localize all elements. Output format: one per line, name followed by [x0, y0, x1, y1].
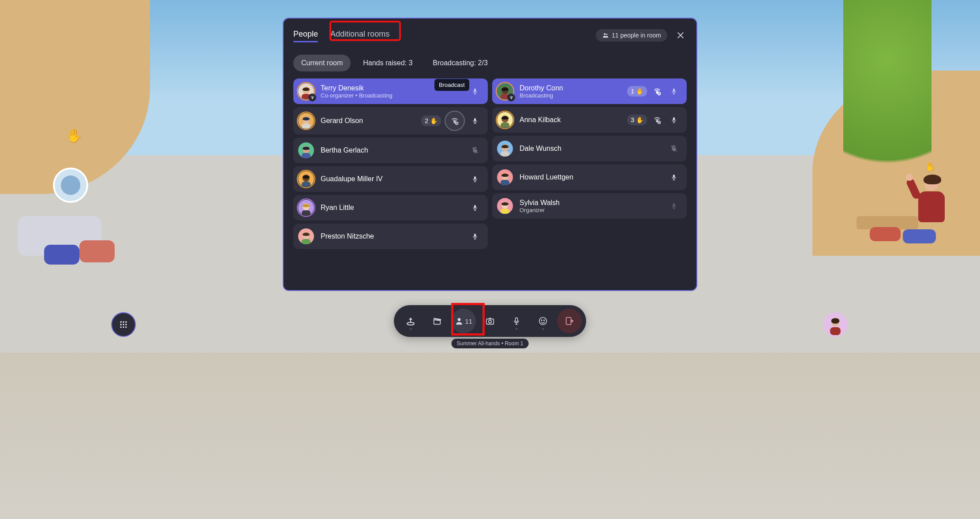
- avatar: [297, 82, 315, 101]
- svg-rect-62: [673, 209, 675, 209]
- participant-name: Dorothy Conn: [520, 84, 622, 92]
- avatar: [297, 227, 315, 246]
- participant-row[interactable]: Bertha Gerlach: [293, 138, 488, 163]
- svg-rect-53: [501, 180, 509, 185]
- participant-row[interactable]: Anna Kilback3 ✋: [492, 107, 687, 133]
- filter-broadcasting[interactable]: Broadcasting: 2/3: [425, 55, 496, 71]
- svg-rect-56: [673, 179, 674, 180]
- participant-row[interactable]: Howard Luettgen: [492, 164, 687, 190]
- app-menu-button[interactable]: [111, 312, 136, 337]
- participant-row[interactable]: Sylvia WalshOrganizer: [492, 193, 687, 219]
- svg-rect-12: [474, 118, 476, 121]
- tab-additional-rooms[interactable]: Additional rooms: [330, 30, 389, 41]
- svg-rect-61: [673, 207, 674, 209]
- participant-name: Ryan Little: [321, 204, 463, 212]
- mic-icon[interactable]: [667, 171, 681, 184]
- mic-muted-icon[interactable]: [468, 144, 482, 157]
- svg-rect-14: [474, 123, 476, 124]
- svg-point-0: [604, 33, 606, 35]
- mic-icon[interactable]: [468, 201, 482, 214]
- svg-rect-32: [475, 238, 475, 239]
- svg-rect-75: [486, 319, 494, 324]
- svg-rect-46: [673, 117, 675, 120]
- participant-name: Guadalupe Miller IV: [321, 175, 463, 183]
- hand-raised-badge: 1 ✋: [627, 86, 647, 97]
- participant-row[interactable]: Gerard Olson2 ✋: [293, 107, 488, 134]
- participant-subtitle: Co-organizer • Broadcasting: [321, 92, 463, 99]
- svg-point-66: [120, 324, 122, 325]
- camera-button[interactable]: [478, 309, 502, 333]
- remote-avatar-waving: [909, 176, 954, 243]
- room-label: Summer All-hands • Room 1: [452, 339, 529, 348]
- svg-point-79: [541, 320, 542, 321]
- svg-point-76: [489, 320, 491, 323]
- broadcast-button[interactable]: [445, 111, 465, 131]
- mic-icon[interactable]: [468, 85, 482, 98]
- svg-rect-28: [474, 210, 476, 211]
- participant-row[interactable]: Dale Wunsch: [492, 136, 687, 161]
- svg-point-69: [120, 326, 122, 328]
- participant-row[interactable]: Ryan Little: [293, 195, 488, 220]
- svg-point-1: [606, 34, 607, 35]
- self-avatar[interactable]: [823, 312, 848, 337]
- avatar: [496, 139, 514, 158]
- avatar: [297, 141, 315, 160]
- participant-name: Gerard Olson: [321, 117, 416, 125]
- svg-rect-23: [474, 182, 476, 182]
- close-button[interactable]: [674, 29, 687, 41]
- teleport-button[interactable]: ⌃: [398, 309, 423, 333]
- svg-rect-48: [673, 123, 675, 123]
- svg-point-64: [123, 321, 124, 323]
- svg-rect-77: [516, 318, 518, 322]
- avatar: [496, 111, 514, 129]
- raised-hand-icon: ✋: [925, 161, 936, 172]
- avatar: [496, 82, 514, 101]
- participant-name: Preston Nitzsche: [321, 232, 463, 240]
- participant-name: Bertha Gerlach: [321, 146, 463, 154]
- broadcast-icon[interactable]: [651, 113, 664, 127]
- mic-icon[interactable]: [667, 85, 681, 98]
- participant-row[interactable]: Guadalupe Miller IV: [293, 166, 488, 192]
- emote-button[interactable]: ⌃: [531, 309, 555, 333]
- participant-name: Anna Kilback: [520, 116, 622, 124]
- svg-rect-31: [474, 234, 476, 237]
- people-panel: People Additional rooms 11 people in roo…: [283, 18, 697, 291]
- people-button[interactable]: 11: [451, 309, 476, 333]
- mic-icon[interactable]: [468, 230, 482, 243]
- mic-icon[interactable]: [667, 113, 681, 127]
- participant-name: Sylvia Walsh: [520, 199, 662, 207]
- participant-row[interactable]: Dorothy ConnBroadcasting1 ✋: [492, 78, 687, 104]
- svg-rect-83: [830, 327, 841, 335]
- participant-row[interactable]: Terry DenesikCo-organizer • Broadcasting…: [293, 78, 488, 104]
- svg-rect-57: [673, 180, 675, 180]
- participant-row[interactable]: Preston Nitzsche: [293, 224, 488, 249]
- svg-rect-7: [474, 94, 476, 94]
- mic-muted-icon[interactable]: [667, 142, 681, 155]
- svg-rect-29: [302, 239, 310, 244]
- avatar: [297, 170, 315, 188]
- mic-button[interactable]: ⌃: [504, 309, 529, 333]
- svg-point-63: [120, 321, 122, 323]
- svg-point-36: [511, 98, 512, 99]
- filter-hands-raised[interactable]: Hands raised: 3: [355, 55, 420, 71]
- broadcast-tooltip: Broadcast: [434, 79, 469, 91]
- tab-people[interactable]: People: [293, 30, 318, 41]
- svg-rect-33: [474, 239, 476, 239]
- svg-rect-19: [302, 182, 310, 187]
- remote-avatar: [53, 168, 88, 203]
- filter-current-room[interactable]: Current room: [293, 55, 351, 71]
- broadcast-icon[interactable]: [651, 85, 664, 98]
- clapper-button[interactable]: [425, 309, 449, 333]
- broadcast-badge-icon: [308, 93, 316, 101]
- svg-rect-27: [475, 209, 475, 210]
- avatar: [496, 197, 514, 215]
- leave-button[interactable]: [557, 309, 582, 333]
- room-count-badge[interactable]: 11 people in room: [596, 29, 667, 41]
- mic-icon[interactable]: [468, 114, 482, 127]
- svg-point-4: [312, 98, 313, 99]
- mic-icon[interactable]: [468, 172, 482, 186]
- hand-raised-badge: 2 ✋: [421, 116, 441, 126]
- mic-icon[interactable]: [667, 199, 681, 213]
- participant-subtitle: Broadcasting: [520, 92, 622, 99]
- svg-point-71: [125, 326, 127, 328]
